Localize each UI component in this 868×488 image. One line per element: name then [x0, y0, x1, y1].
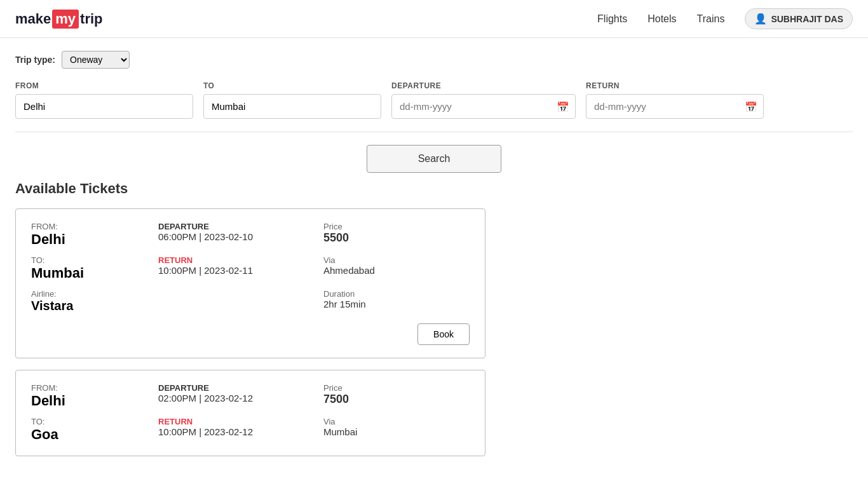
ticket1-to-label: TO: [31, 255, 158, 265]
ticket2-price-section: Price 7500 [323, 383, 451, 409]
user-name: SUBHRAJIT DAS [771, 14, 843, 24]
search-form: FROM TO DEPARTURE 📅 RETURN 📅 [15, 81, 853, 119]
ticket1-from-section: FROM: Delhi [31, 222, 158, 248]
search-btn-row: Search [15, 145, 853, 173]
main-content: Trip type: Oneway Round Trip FROM TO DEP… [0, 38, 868, 480]
ticket2-from-section: FROM: Delhi [31, 383, 158, 409]
departure-date-wrapper: 📅 [391, 94, 576, 119]
ticket1-return-section: RETURN 10:00PM | 2023-02-11 [158, 255, 323, 281]
ticket2-to-label: TO: [31, 417, 158, 426]
ticket1-price-section: Price 5500 [323, 222, 451, 248]
trip-type-label: Trip type: [15, 55, 55, 65]
ticket1-via-section: Via Ahmedabad [323, 255, 451, 281]
ticket1-airline-section: Airline: Vistara [31, 289, 158, 313]
trip-type-row: Trip type: Oneway Round Trip [15, 51, 853, 69]
ticket2-via-value: Mumbai [323, 426, 451, 437]
departure-input[interactable] [391, 94, 576, 119]
ticket1-departure-value: 06:00PM | 2023-02-10 [158, 231, 323, 242]
from-group: FROM [15, 81, 193, 119]
ticket2-price-label: Price [323, 383, 451, 393]
trip-type-select[interactable]: Oneway Round Trip [62, 51, 130, 69]
ticket1-empty [158, 289, 323, 313]
ticket2-to-section: TO: Goa [31, 417, 158, 443]
ticket2-departure-label: DEPARTURE [158, 383, 323, 393]
nav: Flights Hotels Trains 👤 SUBHRAJIT DAS [597, 8, 853, 29]
nav-trains[interactable]: Trains [697, 13, 725, 25]
to-label: TO [203, 81, 381, 90]
ticket2-return-value: 10:00PM | 2023-02-12 [158, 426, 323, 437]
ticket1-duration-value: 2hr 15min [323, 299, 451, 309]
search-button[interactable]: Search [367, 145, 502, 173]
ticket1-price-label: Price [323, 222, 451, 231]
to-input[interactable] [203, 94, 381, 119]
ticket1-airline-value: Vistara [31, 299, 158, 313]
user-icon: 👤 [754, 13, 767, 25]
nav-hotels[interactable]: Hotels [648, 13, 676, 25]
ticket2-to-value: Goa [31, 426, 158, 443]
ticket1-departure-label: DEPARTURE [158, 222, 323, 231]
to-group: TO [203, 81, 381, 119]
nav-flights[interactable]: Flights [597, 13, 627, 25]
departure-group: DEPARTURE 📅 [391, 81, 576, 119]
ticket1-return-label: RETURN [158, 255, 323, 265]
return-input[interactable] [586, 94, 764, 119]
ticket1-return-value: 10:00PM | 2023-02-11 [158, 265, 323, 276]
user-button[interactable]: 👤 SUBHRAJIT DAS [745, 8, 853, 29]
available-tickets-title: Available Tickets [15, 180, 853, 197]
logo-trip: trip [80, 11, 102, 27]
ticket-grid-1: FROM: Delhi DEPARTURE 06:00PM | 2023-02-… [31, 222, 470, 313]
ticket1-to-value: Mumbai [31, 265, 158, 281]
ticket1-to-section: TO: Mumbai [31, 255, 158, 281]
from-label: FROM [15, 81, 193, 90]
ticket-grid-2: FROM: Delhi DEPARTURE 02:00PM | 2023-02-… [31, 383, 470, 443]
ticket1-book-row: Book [31, 323, 470, 345]
ticket2-via-label: Via [323, 417, 451, 426]
ticket1-price-value: 5500 [323, 231, 451, 245]
ticket2-departure-section: DEPARTURE 02:00PM | 2023-02-12 [158, 383, 323, 409]
ticket1-airline-label: Airline: [31, 289, 158, 299]
return-label: RETURN [586, 81, 764, 90]
ticket2-return-label: RETURN [158, 417, 323, 426]
logo[interactable]: make my trip [15, 10, 103, 29]
ticket-card-2: FROM: Delhi DEPARTURE 02:00PM | 2023-02-… [15, 370, 485, 456]
departure-label: DEPARTURE [391, 81, 576, 90]
ticket1-via-value: Ahmedabad [323, 265, 451, 276]
return-group: RETURN 📅 [586, 81, 764, 119]
from-input[interactable] [15, 94, 193, 119]
logo-my: my [52, 10, 79, 29]
return-date-wrapper: 📅 [586, 94, 764, 119]
logo-make: make [15, 11, 51, 27]
ticket1-duration-label: Duration [323, 289, 451, 299]
ticket2-from-value: Delhi [31, 393, 158, 409]
ticket2-return-section: RETURN 10:00PM | 2023-02-12 [158, 417, 323, 443]
search-divider [15, 132, 853, 132]
ticket1-via-label: Via [323, 255, 451, 265]
ticket2-from-label: FROM: [31, 383, 158, 393]
ticket2-via-section: Via Mumbai [323, 417, 451, 443]
ticket1-from-label: FROM: [31, 222, 158, 231]
ticket2-price-value: 7500 [323, 393, 451, 406]
ticket1-from-value: Delhi [31, 231, 158, 248]
ticket2-departure-value: 02:00PM | 2023-02-12 [158, 393, 323, 403]
header: make my trip Flights Hotels Trains 👤 SUB… [0, 0, 868, 38]
ticket1-duration-section: Duration 2hr 15min [323, 289, 451, 313]
ticket-card-1: FROM: Delhi DEPARTURE 06:00PM | 2023-02-… [15, 208, 485, 358]
ticket1-book-button[interactable]: Book [417, 323, 470, 345]
ticket1-departure-section: DEPARTURE 06:00PM | 2023-02-10 [158, 222, 323, 248]
